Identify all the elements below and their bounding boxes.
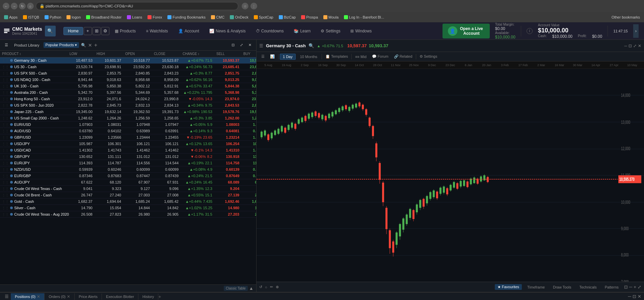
- chart-minimize-button[interactable]: ─: [624, 44, 627, 48]
- bookmark-cmc[interactable]: CMC: [210, 15, 226, 20]
- chart-view-list-button[interactable]: ☰: [259, 54, 267, 59]
- chart-search-button[interactable]: 🔍: [308, 43, 314, 48]
- nav-learn[interactable]: 📚 Learn: [289, 27, 315, 35]
- timeframe-button[interactable]: Timeframe: [525, 284, 547, 290]
- chart-settings-button[interactable]: ⚙ Settings: [418, 54, 439, 59]
- nav-watchlists[interactable]: ≡ Watchlists: [141, 27, 172, 35]
- tab-history[interactable]: History: [138, 294, 158, 300]
- favourites-button[interactable]: ★ Favourites: [495, 284, 522, 290]
- bottom-panel-minimize[interactable]: ─: [628, 294, 631, 299]
- col-high[interactable]: HIGH: [95, 51, 123, 57]
- table-row[interactable]: ⋮⋮ Japan 225 - Cash 19,345.00 19,632.14 …: [0, 109, 256, 115]
- bookmark-other[interactable]: Other bookmarks: [610, 15, 641, 20]
- search-button[interactable]: 🔍: [45, 26, 56, 36]
- refresh-button[interactable]: ↺: [259, 285, 262, 289]
- table-collapse-button[interactable]: ▲: [249, 286, 253, 291]
- zoom-out-button[interactable]: ⊡: [624, 284, 628, 290]
- bookmark-spotcap[interactable]: SpotCap: [252, 15, 275, 20]
- table-row[interactable]: ⋮⋮ UK 100 - Cash 5,795.98 5,850.38 5,802…: [0, 83, 256, 89]
- zoom-fit-button[interactable]: ⤢: [638, 284, 641, 290]
- info-button[interactable]: i: [527, 28, 533, 34]
- home-nav-button[interactable]: ⌂: [27, 3, 34, 9]
- watchlist-table[interactable]: PRODUCT ↕ LOW HIGH OPEN CLOSE CHANGE ↕ S…: [0, 51, 256, 284]
- zoom-minus-button[interactable]: ─: [629, 284, 632, 290]
- settings-nav-button[interactable]: ⚙: [101, 27, 109, 35]
- bottom-panel-maximize[interactable]: ⊡: [633, 294, 636, 299]
- col-product[interactable]: PRODUCT ↕: [0, 51, 68, 57]
- table-row[interactable]: ⋮⋮ US NDAQ 100 - Cash 8,941.44 9,018.63 …: [0, 77, 256, 83]
- extensions-btn[interactable]: ⋮: [250, 3, 257, 9]
- address-bar[interactable]: 🔒 platform.cmcmarkets.com/#/app?b=CMC-CF…: [36, 2, 238, 10]
- layout-button[interactable]: ⊞: [92, 27, 101, 35]
- bookmark-apps[interactable]: Apps: [3, 15, 19, 20]
- table-row[interactable]: ⋮⋮ US SPX 500 - Jun 2020 2,822.78 2,845.…: [0, 102, 256, 109]
- table-row[interactable]: ⋮⋮ Australia 200 - Cash 5,342.70 5,397.5…: [0, 89, 256, 96]
- technicals-button[interactable]: Technicals: [576, 284, 599, 290]
- templates-button[interactable]: 📋 Templates: [323, 54, 350, 59]
- bookmark-logon[interactable]: logon: [65, 15, 82, 20]
- bookmark-star[interactable]: ☆: [242, 3, 248, 9]
- table-row[interactable]: ⋮⋮ NZD/USD 0.59939 0.60246 0.60099 0.600…: [0, 166, 256, 173]
- table-row[interactable]: ⋮⋮ US SPX 500 - Cash 2,830.97 2,853.75 2…: [0, 70, 256, 77]
- tab-positions[interactable]: Positions (0) ✕: [11, 293, 45, 300]
- table-row[interactable]: ⋮⋮ Crude Oil West Texas - Cash 9.041 9.3…: [0, 186, 256, 192]
- chart-maximize-button[interactable]: ⊡: [628, 44, 632, 48]
- collapse-panel-button[interactable]: ›: [633, 24, 639, 38]
- col-buy[interactable]: BUY: [241, 51, 256, 57]
- chart-hamburger-button[interactable]: ☰: [259, 43, 263, 48]
- table-row[interactable]: ⋮⋮ EUR/GBP 0.87346 0.87683 0.87447 0.874…: [0, 173, 256, 179]
- tab-orders[interactable]: Orders (0) ✕: [45, 293, 75, 300]
- close-panel-button[interactable]: ✕: [88, 43, 92, 48]
- close-left-panel-button[interactable]: ✕: [246, 42, 253, 48]
- chart-candle-button[interactable]: 📊: [268, 54, 277, 59]
- bottom-hamburger[interactable]: ☰: [3, 294, 11, 299]
- col-close[interactable]: CLOSE: [152, 51, 181, 57]
- bookmark-python[interactable]: Python: [43, 15, 62, 20]
- chart-close-button[interactable]: ✕: [638, 44, 641, 48]
- period-10months[interactable]: 10 Months: [297, 54, 320, 60]
- nav-news[interactable]: 📈 News & Analysis: [205, 27, 250, 35]
- orders-tab-close[interactable]: ✕: [67, 294, 70, 299]
- patterns-button[interactable]: Patterns: [602, 284, 621, 290]
- open-account-button[interactable]: 👤 Open a Live Account: [442, 24, 490, 38]
- table-row[interactable]: ⋮⋮ AUD/USD 0.63780 0.64102 0.63989 0.639…: [0, 128, 256, 134]
- bookmark-prospa[interactable]: Prospa: [300, 15, 319, 20]
- bottom-panel-close[interactable]: ✕: [638, 294, 641, 299]
- col-open[interactable]: OPEN: [123, 51, 152, 57]
- hamburger-menu-button[interactable]: ☰: [3, 42, 10, 48]
- watchlist-search-button[interactable]: 🔍: [81, 43, 86, 48]
- bookmark-broadband[interactable]: Broadband Router: [85, 15, 123, 20]
- table-row[interactable]: ⋮⋮ USD/JPY 105.987 106.301 106.121 106.1…: [0, 141, 256, 147]
- reload-button[interactable]: ↻: [19, 3, 26, 9]
- expand-button[interactable]: ⊡: [230, 42, 237, 48]
- table-row[interactable]: ⋮⋮ GBP/JPY 130.652 131.111 131.012 131.0…: [0, 154, 256, 160]
- table-row[interactable]: ⋮⋮ GBP/USD 1.23099 1.23566 1.23444 1.234…: [0, 134, 256, 141]
- home-button[interactable]: Home: [63, 27, 83, 35]
- chart-fullscreen-button[interactable]: ⤢: [633, 44, 637, 48]
- add-tab-icon[interactable]: +: [158, 294, 161, 299]
- nav-settings[interactable]: ⚙ Settings: [316, 27, 345, 35]
- nav-account[interactable]: 👤 Account: [173, 27, 204, 35]
- table-row[interactable]: ⋮⋮ Silver - Cash 14.790 15.054 14.844 14…: [0, 205, 256, 211]
- layers-button[interactable]: ⊕: [276, 285, 279, 289]
- table-row[interactable]: ⋮⋮ Hong Kong 50 - Cash 23,912.0 24,071.6…: [0, 96, 256, 102]
- mid-button[interactable]: ≡≡ Mid: [353, 54, 369, 59]
- popular-products-button[interactable]: Popular Products ▾: [44, 42, 79, 48]
- table-row[interactable]: ⋮⋮ Germany 30 - Cash 10,487.53 10,601.37…: [0, 57, 256, 64]
- draw-button[interactable]: ✏: [270, 285, 273, 289]
- bookmark-funding[interactable]: Funding Bookmarks: [166, 15, 207, 20]
- table-row[interactable]: ⋮⋮ AUD/JPY 67.622 68.120 67.907 67.931 ▲…: [0, 179, 256, 186]
- table-row[interactable]: ⋮⋮ EUR/JPY 114.393 114.787 114.556 114.5…: [0, 160, 256, 166]
- bookmark-moula[interactable]: Moula: [322, 15, 340, 20]
- bookmark-loans[interactable]: Loans: [126, 15, 143, 20]
- bookmark-ondeck[interactable]: OnDeck: [229, 15, 250, 20]
- nav-products[interactable]: ▦ Products: [110, 27, 140, 35]
- nav-windows[interactable]: ⊞ Windows: [346, 27, 376, 35]
- chart-area[interactable]: 14,000 13,000 12,000 11,000 10,000 9,000…: [257, 69, 644, 282]
- nav-countdowns[interactable]: ⏱ Countdowns: [251, 27, 289, 35]
- positions-tab-close[interactable]: ✕: [37, 294, 40, 299]
- bookmark-forex[interactable]: Forex: [146, 15, 163, 20]
- table-row[interactable]: ⋮⋮ Crude Oil Brent - Cash 26.747 27.240 …: [0, 192, 256, 198]
- fullscreen-button[interactable]: ⤢: [238, 42, 245, 48]
- add-tab-button[interactable]: +: [84, 27, 92, 35]
